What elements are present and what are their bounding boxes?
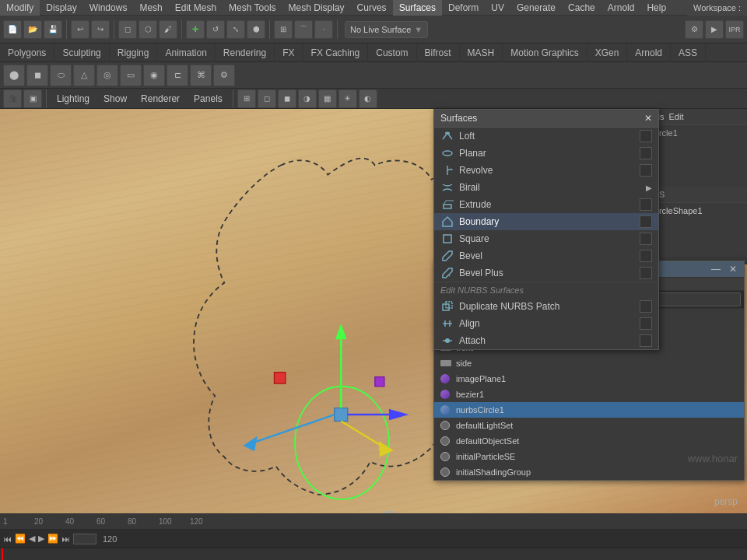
shelf-cube-icon[interactable]: ◼	[26, 65, 48, 86]
menu-item-square[interactable]: Square	[434, 230, 658, 247]
menu-windows[interactable]: Windows	[83, 0, 134, 16]
shelf-cone-icon[interactable]: △	[73, 65, 95, 86]
ipr-render-icon[interactable]: IPR	[725, 20, 744, 39]
tab-fx[interactable]: FX	[275, 44, 303, 62]
rotate-icon[interactable]: ↺	[206, 20, 225, 39]
channels-edit-label[interactable]: Edit	[668, 112, 683, 121]
menu-modify[interactable]: Modify	[0, 0, 40, 16]
render-icon[interactable]: ▶	[705, 20, 724, 39]
render-settings-icon[interactable]: ⚙	[685, 20, 703, 39]
menu-item-boundary[interactable]: Boundary	[434, 213, 658, 230]
menu-edit-mesh[interactable]: Edit Mesh	[169, 0, 223, 16]
texture-icon[interactable]: ▦	[318, 89, 337, 108]
menu-generate[interactable]: Generate	[510, 0, 562, 16]
menu-item-loft[interactable]: Loft	[434, 128, 658, 145]
menu-uv[interactable]: UV	[485, 0, 510, 16]
tab-motion-graphics[interactable]: Motion Graphics	[503, 44, 587, 62]
outliner-item-defaultobjectset[interactable]: defaultObjectSet	[434, 433, 744, 449]
menu-help[interactable]: Help	[640, 0, 672, 16]
timeline-track[interactable]	[0, 548, 747, 560]
menu-item-birail[interactable]: Birail ▶	[434, 179, 658, 196]
menu-item-revolve[interactable]: Revolve	[434, 162, 658, 179]
snap-point-icon[interactable]: ·	[314, 20, 333, 39]
menu-item-bevel-plus[interactable]: + Bevel Plus	[434, 264, 658, 282]
tab-ass[interactable]: ASS	[671, 44, 706, 62]
lasso-icon[interactable]: ⬡	[139, 20, 157, 39]
outliner-item-imageplane[interactable]: imagePlane1	[434, 371, 744, 387]
outliner-item-initialparticlese[interactable]: initialParticleSE	[434, 449, 744, 464]
snap-curve-icon[interactable]: ⌒	[294, 20, 313, 39]
move-icon[interactable]: ✛	[186, 20, 205, 39]
redo-icon[interactable]: ↪	[91, 20, 110, 39]
menu-item-align[interactable]: Align	[434, 315, 658, 332]
next-frame-button[interactable]: ⏩	[47, 534, 58, 544]
prev-frame-button[interactable]: ⏪	[15, 534, 26, 544]
save-scene-icon[interactable]: 💾	[44, 20, 62, 39]
menu-mesh-tools[interactable]: Mesh Tools	[223, 0, 282, 16]
light-icon[interactable]: ☀	[338, 89, 357, 108]
menu-cache[interactable]: Cache	[562, 0, 601, 16]
menu-display[interactable]: Display	[40, 0, 82, 16]
go-start-button[interactable]: ⏮	[3, 534, 12, 544]
tab-custom[interactable]: Custom	[368, 44, 416, 62]
open-scene-icon[interactable]: 📂	[23, 20, 42, 39]
outliner-item-defaultlightset[interactable]: defaultLightSet	[434, 418, 744, 433]
tab-animation[interactable]: Animation	[157, 44, 215, 62]
tab-sculpting[interactable]: Sculpting	[54, 44, 109, 62]
outliner-item-nurbscircle[interactable]: nurbsCircle1	[434, 402, 744, 418]
tab-polygons[interactable]: Polygons	[0, 44, 54, 62]
tab-bifrost[interactable]: Bifrost	[417, 44, 460, 62]
outliner-minimize-button[interactable]: —	[710, 264, 722, 275]
tab-mash[interactable]: MASH	[460, 44, 503, 62]
show-menu[interactable]: Show	[97, 91, 133, 107]
paint-sel-icon[interactable]: 🖌	[159, 20, 177, 39]
outliner-item-side[interactable]: side	[434, 355, 744, 371]
snap-grid-icon[interactable]: ⊞	[274, 20, 293, 39]
tab-rigging[interactable]: Rigging	[110, 44, 158, 62]
scale-icon[interactable]: ⤡	[226, 20, 245, 39]
menu-curves[interactable]: Curves	[351, 0, 393, 16]
shelf-plane-icon[interactable]: ▭	[120, 65, 142, 86]
shading-icon[interactable]: ◑	[298, 89, 317, 108]
shelf-helix-icon[interactable]: ⌘	[190, 65, 212, 86]
shelf-sphere-icon[interactable]: ⬤	[3, 65, 25, 86]
shelf-gear-icon[interactable]: ⚙	[213, 65, 235, 86]
lighting-menu[interactable]: Lighting	[51, 91, 96, 107]
menu-arnold[interactable]: Arnold	[601, 0, 641, 16]
shelf-disk-icon[interactable]: ◉	[143, 65, 165, 86]
play-forward-button[interactable]: ▶	[38, 534, 44, 544]
outliner-item-bezier[interactable]: bezier1	[434, 387, 744, 402]
shelf-cylinder-icon[interactable]: ⬭	[50, 65, 72, 86]
outliner-close-button[interactable]: ✕	[727, 264, 739, 275]
go-end-button[interactable]: ⏭	[61, 534, 70, 544]
menu-item-attach[interactable]: Attach	[434, 332, 658, 349]
tab-fx-caching[interactable]: FX Caching	[303, 44, 369, 62]
grid-toggle-icon[interactable]: ⊞	[237, 89, 256, 108]
tab-arnold[interactable]: Arnold	[627, 44, 671, 62]
menu-item-planar[interactable]: Planar	[434, 145, 658, 162]
universal-manip-icon[interactable]: ⬢	[247, 20, 265, 39]
play-back-button[interactable]: ◀	[29, 534, 35, 544]
current-frame-input[interactable]: 1	[73, 534, 96, 544]
outliner-item-initialshadinggroup[interactable]: initialShadingGroup	[434, 464, 744, 480]
live-surface-button[interactable]: No Live Surface ▼	[345, 21, 428, 38]
shelf-torus-icon[interactable]: ◎	[96, 65, 118, 86]
menu-item-duplicate-nurbs[interactable]: Duplicate NURBS Patch	[434, 298, 658, 315]
shelf-pipe-icon[interactable]: ⊏	[167, 65, 188, 86]
tab-xgen[interactable]: XGen	[587, 44, 628, 62]
menu-item-extrude[interactable]: Extrude	[434, 196, 658, 213]
cam-icon[interactable]: 🎥	[3, 89, 22, 108]
select-tool-icon[interactable]: ◻	[118, 20, 137, 39]
tab-rendering[interactable]: Rendering	[216, 44, 275, 62]
undo-icon[interactable]: ↩	[71, 20, 89, 39]
menu-mesh-display[interactable]: Mesh Display	[282, 0, 351, 16]
new-scene-icon[interactable]: 📄	[3, 20, 22, 39]
renderer-menu[interactable]: Renderer	[135, 91, 186, 107]
smooth-icon[interactable]: ◼	[278, 89, 296, 108]
wireframe-icon[interactable]: ◻	[258, 89, 276, 108]
panels-menu[interactable]: Panels	[188, 91, 229, 107]
menu-mesh[interactable]: Mesh	[133, 0, 168, 16]
select-mask-icon[interactable]: ▣	[23, 89, 42, 108]
shadow-icon[interactable]: ◐	[359, 89, 377, 108]
menu-deform[interactable]: Deform	[442, 0, 485, 16]
